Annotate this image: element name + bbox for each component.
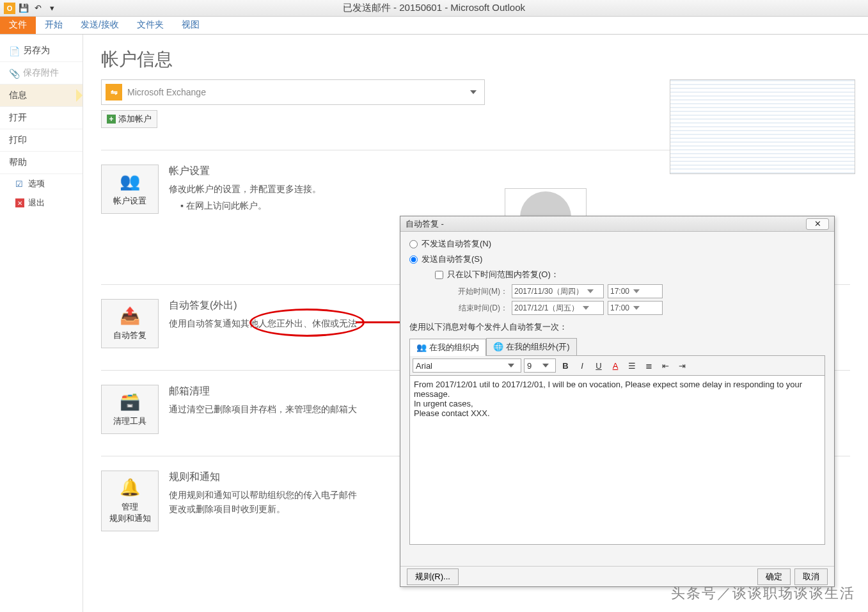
cleanup-button[interactable]: 🗃️ 清理工具	[101, 385, 159, 434]
editor-toolbar: Arial 9 B I U A ☰ ≣ ⇤ ⇥	[409, 356, 825, 376]
underline-button[interactable]: U	[592, 358, 606, 373]
radio-no-send[interactable]: 不发送自动答复(N)	[409, 238, 825, 250]
account-name: Microsoft Exchange	[127, 87, 465, 97]
start-label: 开始时间(M)：	[444, 286, 508, 297]
font-size-dropdown[interactable]: 9	[524, 358, 556, 373]
message-editor[interactable]: From 2017/12/01 util to 2017/12/01, I wi…	[409, 376, 825, 545]
page-title: 帐户信息	[101, 47, 850, 72]
chevron-down-icon	[542, 364, 549, 367]
end-date-dropdown[interactable]: 2017/12/1（周五）	[512, 301, 604, 315]
account-settings-icon: 👥	[104, 172, 155, 191]
section-bullet: ▪ 在网上访问此帐户。	[169, 198, 463, 213]
qat-dropdown-icon[interactable]: ▾	[46, 3, 58, 14]
org-tabs: 👥在我的组织内 🌐在我的组织外(开)	[409, 338, 825, 356]
preview-thumbnail	[670, 79, 855, 174]
close-icon: ✕	[814, 219, 821, 229]
end-label: 结束时间(D)：	[444, 303, 508, 314]
tab-outside-org[interactable]: 🌐在我的组织外(开)	[486, 338, 577, 355]
chevron-down-icon	[633, 306, 640, 310]
rules-icon: 🔔	[104, 478, 155, 497]
indent-button[interactable]: ⇥	[675, 358, 689, 373]
nav-label: 另存为	[23, 45, 50, 56]
nav-print[interactable]: 打印	[0, 129, 83, 152]
nav-options[interactable]: ☑选项	[0, 174, 83, 193]
nav-help[interactable]: 帮助	[0, 152, 83, 174]
start-date-dropdown[interactable]: 2017/11/30（周四）	[512, 284, 604, 298]
undo-icon[interactable]: ↶	[32, 3, 43, 14]
btn-label: 帐户设置	[104, 195, 155, 207]
cancel-button[interactable]: 取消	[794, 568, 828, 585]
nav-label: 选项	[28, 178, 45, 189]
nav-save-as[interactable]: 📄另存为	[0, 40, 83, 62]
btn-label: 自动答复	[104, 330, 155, 341]
check-label: 只在以下时间范围内答复(O)：	[447, 269, 559, 280]
italic-button[interactable]: I	[575, 358, 589, 373]
check-time-range[interactable]: 只在以下时间范围内答复(O)：	[435, 269, 825, 280]
auto-reply-icon: 📤	[104, 306, 155, 326]
exit-icon: ✕	[15, 198, 24, 207]
cleanup-icon: 🗃️	[104, 392, 155, 412]
tab-home[interactable]: 开始	[36, 16, 72, 34]
section-heading: 帐户设置	[169, 165, 463, 178]
chevron-down-icon	[587, 289, 594, 293]
outlook-logo-icon: O	[4, 3, 15, 14]
font-name-dropdown[interactable]: Arial	[413, 358, 521, 373]
exchange-icon: ⇋	[106, 84, 122, 101]
checkbox-input[interactable]	[435, 271, 443, 279]
plus-icon: +	[107, 115, 116, 124]
nav-label: 退出	[28, 197, 45, 209]
chevron-down-icon	[508, 364, 514, 367]
globe-icon: 🌐	[493, 342, 503, 352]
nav-open[interactable]: 打开	[0, 107, 83, 129]
ok-button[interactable]: 确定	[757, 568, 791, 585]
chevron-down-icon	[633, 289, 640, 293]
radio-input[interactable]	[409, 255, 418, 264]
end-time-row: 结束时间(D)： 2017/12/1（周五） 17:00	[444, 301, 825, 315]
bold-button[interactable]: B	[558, 358, 572, 373]
start-time-row: 开始时间(M)： 2017/11/30（周四） 17:00	[444, 284, 825, 298]
auto-reply-button[interactable]: 📤 自动答复	[101, 299, 159, 348]
account-settings-button[interactable]: 👥 帐户设置	[101, 165, 159, 214]
chevron-down-icon	[583, 306, 589, 310]
dialog-title: 自动答复 -	[406, 218, 444, 230]
radio-label: 不发送自动答复(N)	[422, 238, 491, 250]
nav-label: 帮助	[9, 157, 27, 168]
end-time-dropdown[interactable]: 17:00	[608, 301, 663, 315]
add-account-button[interactable]: + 添加帐户	[101, 110, 157, 128]
font-color-button[interactable]: A	[608, 358, 622, 373]
watermark-text: 头条号／谈谈职场谈谈生活	[671, 584, 855, 603]
radio-label: 发送自动答复(S)	[422, 254, 482, 265]
nav-label: 打开	[9, 112, 27, 124]
window-title: 已发送邮件 - 20150601 - Microsoft Outlook	[343, 2, 525, 14]
account-dropdown[interactable]: ⇋ Microsoft Exchange	[101, 79, 485, 105]
rules-button[interactable]: 规则(R)...	[407, 568, 459, 585]
nav-label: 打印	[9, 134, 27, 146]
people-icon: 👥	[416, 342, 427, 353]
radio-send[interactable]: 发送自动答复(S)	[409, 254, 825, 265]
backstage-nav: 📄另存为 📎保存附件 信息 打开 打印 帮助 ☑选项 ✕退出	[0, 35, 83, 612]
bullet-list-button[interactable]: ☰	[625, 358, 639, 373]
tab-view[interactable]: 视图	[173, 16, 209, 34]
tab-send-receive[interactable]: 发送/接收	[72, 16, 128, 34]
radio-input[interactable]	[409, 240, 418, 248]
tab-folder[interactable]: 文件夹	[128, 16, 173, 34]
section-desc: 修改此帐户的设置，并配置更多连接。	[169, 182, 463, 196]
outdent-button[interactable]: ⇤	[658, 358, 672, 373]
ribbon-tabs: 文件 开始 发送/接收 文件夹 视图	[0, 17, 868, 35]
nav-info[interactable]: 信息	[0, 85, 83, 107]
tab-file[interactable]: 文件	[0, 16, 36, 34]
use-message-label: 使用以下消息对每个发件人自动答复一次：	[409, 321, 825, 333]
start-time-dropdown[interactable]: 17:00	[608, 284, 663, 298]
quick-access-toolbar: O 💾 ↶ ▾	[4, 3, 58, 14]
btn-label: 管理 规则和通知	[104, 501, 155, 524]
tab-inside-org[interactable]: 👥在我的组织内	[409, 339, 486, 356]
nav-exit[interactable]: ✕退出	[0, 193, 83, 213]
close-button[interactable]: ✕	[806, 218, 829, 230]
dialog-titlebar[interactable]: 自动答复 - ✕	[400, 216, 834, 232]
nav-label: 保存附件	[23, 67, 59, 79]
chevron-down-icon	[470, 90, 477, 94]
number-list-button[interactable]: ≣	[642, 358, 656, 373]
save-icon[interactable]: 💾	[18, 3, 29, 14]
auto-reply-dialog: 自动答复 - ✕ 不发送自动答复(N) 发送自动答复(S) 只在以下时间范围内答…	[400, 216, 835, 587]
rules-button[interactable]: 🔔 管理 规则和通知	[101, 471, 159, 531]
